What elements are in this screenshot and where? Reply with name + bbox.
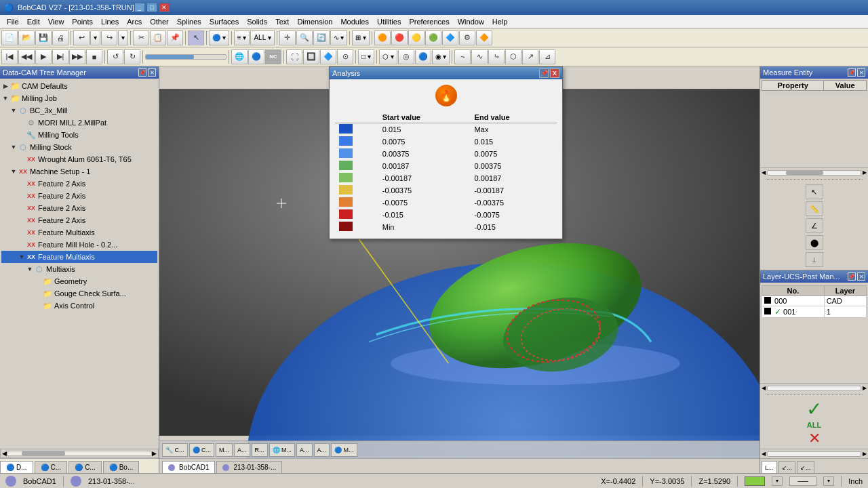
shape-btn8[interactable]: ⊿ <box>539 49 555 64</box>
tree-node-milling-job[interactable]: ▼ 📁 Milling Job <box>1 92 157 104</box>
menu-arcs[interactable]: Arcs <box>123 17 146 26</box>
shape-btn4[interactable]: ∿ <box>471 49 488 64</box>
tree-node-multiaxis[interactable]: ▼ ⬡ Multiaxis <box>1 263 157 275</box>
grid-dropdown[interactable]: ⊞ ▾ <box>352 30 370 45</box>
layer-tab-2[interactable]: ↙... <box>797 461 814 473</box>
layer-vscrollbar[interactable]: ◀ ▶ <box>760 449 868 458</box>
step-button[interactable]: ↻ <box>124 49 140 64</box>
scroll-right-arrow[interactable]: ▶ <box>152 450 157 457</box>
tree-node-geometry[interactable]: ▶ 📁 Geometry <box>1 275 157 287</box>
analysis-pin-button[interactable]: 📌 <box>539 68 549 78</box>
shape-dropdown3[interactable]: ◉ ▾ <box>432 49 450 64</box>
menu-file[interactable]: File <box>3 17 23 26</box>
vp-btn-1[interactable]: 🔧 C... <box>162 443 188 457</box>
replay-button[interactable]: ↺ <box>107 49 123 64</box>
vp-btn-8[interactable]: A... <box>314 443 330 457</box>
layer-tab-1[interactable]: ↙... <box>778 461 796 473</box>
tool5-btn[interactable]: ⚙ <box>459 30 475 45</box>
zoom-btn[interactable]: 🔍 <box>296 30 313 45</box>
sim-btn6[interactable]: 🔷 <box>320 49 336 64</box>
sim-btn2[interactable]: 🔵 <box>248 49 264 64</box>
vp-btn-5[interactable]: R... <box>252 443 268 457</box>
layer-row-000[interactable]: 000 CAD <box>762 296 867 306</box>
measure-pin-button[interactable]: 📌 <box>848 68 856 77</box>
menu-view[interactable]: View <box>44 17 68 26</box>
vp-btn-6[interactable]: 🌐 M... <box>269 443 296 457</box>
filter-dropdown[interactable]: ALL ▾ <box>250 30 274 45</box>
menu-utilities[interactable]: Utilities <box>373 17 405 26</box>
tool3-btn[interactable]: 🟢 <box>425 30 441 45</box>
measure-icon-3[interactable]: ∠ <box>806 218 823 233</box>
redo-button[interactable]: ↪ <box>101 30 117 45</box>
play-first-button[interactable]: |◀ <box>1 49 18 64</box>
tree-node-cam-defaults[interactable]: ▶ 📁 CAM Defaults <box>1 80 157 92</box>
tree-node-featmx-selected[interactable]: ▼ XX Feature Multiaxis <box>1 251 157 263</box>
shape-btn6[interactable]: ⬡ <box>505 49 521 64</box>
vp-btn-4[interactable]: A... <box>234 443 250 457</box>
vp-btn-7[interactable]: A... <box>296 443 313 457</box>
ball-btn[interactable]: 🟠 <box>374 30 391 45</box>
layer-scroll-right[interactable]: ▶ <box>861 385 868 391</box>
print-button[interactable]: 🖨 <box>52 30 68 45</box>
color-dropdown-button[interactable]: ▾ <box>772 476 783 486</box>
layer-tab-L[interactable]: L... <box>762 461 777 473</box>
expand-stock[interactable]: ▼ <box>9 143 18 151</box>
minimize-button[interactable]: _ <box>134 3 145 12</box>
menu-splines[interactable]: Splines <box>173 17 205 26</box>
expand-setup[interactable]: ▼ <box>9 167 18 176</box>
measure-icon-4[interactable]: ⬤ <box>806 235 823 250</box>
menu-preferences[interactable]: Preferences <box>405 17 453 26</box>
snap-dropdown[interactable]: 🔵 ▾ <box>209 30 229 45</box>
tree-node-mori[interactable]: ▶ ⚙ MORI MILL 2.MillPat <box>1 117 157 129</box>
tree-node-feat2ax-1[interactable]: ▶ XX Feature 2 Axis <box>1 178 157 190</box>
tab-c1[interactable]: 🔵 C... <box>35 461 68 473</box>
tool6-btn[interactable]: 🔶 <box>476 30 492 45</box>
tab-d[interactable]: 🔵 D... <box>0 461 33 473</box>
color-swatch-button[interactable] <box>745 476 765 486</box>
shape-btn5[interactable]: ⤷ <box>488 49 505 64</box>
layer-vscroll-track[interactable] <box>767 451 861 457</box>
tree-node-axis-control[interactable]: ▶ 📁 Axis Control <box>1 300 157 312</box>
scroll-left-arrow[interactable]: ◀ <box>2 450 7 457</box>
maximize-button[interactable]: □ <box>146 3 157 12</box>
expand-bc3x[interactable]: ▼ <box>9 106 18 115</box>
shape-btn3[interactable]: ~ <box>454 49 471 64</box>
tree-node-featmh[interactable]: ▶ XX Feature Mill Hole - 0.2... <box>1 239 157 251</box>
tree-node-milling-tools[interactable]: ▶ 🔧 Milling Tools <box>1 129 157 141</box>
measure-icon-2[interactable]: 📏 <box>806 201 823 216</box>
layer-scrollbar[interactable]: ◀ ▶ <box>760 383 868 392</box>
tab-bobcad1[interactable]: BobCAD1 <box>162 461 215 473</box>
shape-btn2[interactable]: 🔵 <box>415 49 431 64</box>
measure-scroll-track[interactable] <box>767 170 861 176</box>
measure-icon-5[interactable]: ⟂ <box>806 252 823 267</box>
layer-pin-button[interactable]: 📌 <box>848 272 856 281</box>
menu-window[interactable]: Window <box>454 17 488 26</box>
tab-bo[interactable]: 🔵 Bo... <box>103 461 140 473</box>
redo-dropdown[interactable]: ▾ <box>118 30 128 45</box>
tree-node-alum[interactable]: ▶ XX Wrought Alum 6061-T6, T65 <box>1 153 157 165</box>
open-button[interactable]: 📂 <box>18 30 35 45</box>
tree-node-feat2ax-2[interactable]: ▶ XX Feature 2 Axis <box>1 190 157 202</box>
menu-solids[interactable]: Solids <box>243 17 271 26</box>
tree-close-button[interactable]: ✕ <box>148 68 156 77</box>
tree-scrollbar[interactable]: ◀ ▶ <box>0 449 159 458</box>
tree-node-gouge[interactable]: ▶ 📁 Gouge Check Surfa... <box>1 287 157 300</box>
menu-surfaces[interactable]: Surfaces <box>205 17 243 26</box>
tree-node-feat2ax-3[interactable]: ▶ XX Feature 2 Axis <box>1 202 157 214</box>
line-style-dropdown[interactable]: ▾ <box>823 476 834 486</box>
tool2-btn[interactable]: 🟡 <box>408 30 425 45</box>
sim-btn3[interactable]: NC <box>265 49 281 64</box>
shape-dropdown1[interactable]: □ ▾ <box>358 49 374 64</box>
undo-button[interactable]: ↩ <box>73 30 90 45</box>
sim-btn1[interactable]: 🌐 <box>231 49 248 64</box>
expand-cam-defaults[interactable]: ▶ <box>1 82 9 90</box>
select-mode-dropdown[interactable]: ≡ ▾ <box>234 30 250 45</box>
paste-button[interactable]: 📌 <box>167 30 183 45</box>
tab-c2[interactable]: 🔵 C... <box>68 461 102 473</box>
layer-vis-000[interactable] <box>764 297 771 304</box>
tree-node-milling-stock[interactable]: ▼ ⬡ Milling Stock <box>1 141 157 153</box>
shape-btn1[interactable]: ◎ <box>398 49 414 64</box>
expand-fmx-sel[interactable]: ▼ <box>18 253 26 261</box>
checkmark-button[interactable]: ✓ <box>806 400 822 419</box>
undo-dropdown[interactable]: ▾ <box>90 30 100 45</box>
